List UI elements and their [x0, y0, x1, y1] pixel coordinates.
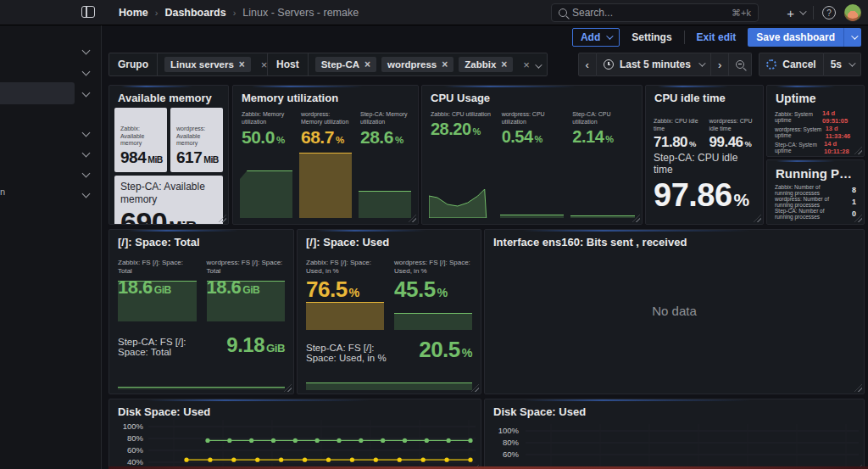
time-range-picker[interactable]: Last 5 minutes [597, 53, 710, 76]
stat-unit: % [462, 346, 472, 360]
clear-all-icon[interactable]: × [520, 59, 533, 71]
stat-label: Step-CA: FS [/]: Space: Total [118, 337, 209, 357]
panel-title[interactable]: [/]: Space: Total [109, 230, 293, 250]
panel-title[interactable]: Disk Space: Used [109, 399, 481, 420]
chevron-down-icon[interactable] [533, 57, 547, 72]
search-shortcut: ⌘+k [732, 8, 751, 19]
stat-label: wordpress: FS [/]: Space: Used, in % [394, 259, 474, 276]
search-icon [559, 8, 567, 17]
nav-sidebar: n [0, 25, 102, 469]
panel-cpu-usage: CPU Usage Zabbix: CPU utilization 28.20%… [421, 85, 643, 225]
panel-title[interactable]: Uptime [767, 86, 864, 107]
panel-resize-handle[interactable] [471, 384, 479, 392]
save-dashboard-label: Save dashboard [748, 28, 843, 47]
help-icon[interactable]: ? [822, 6, 836, 20]
panel-resize-handle[interactable] [754, 215, 761, 222]
stat-label: wordpress: CPU utilization [502, 111, 565, 126]
filter-chip[interactable]: Zabbix × [459, 57, 513, 72]
exit-edit-button[interactable]: Exit edit [693, 31, 740, 43]
close-icon[interactable]: × [364, 59, 370, 70]
stat-label: wordpress: Memory utilization [301, 111, 352, 126]
sidebar-item-active[interactable] [0, 82, 75, 104]
refresh-cancel-button[interactable]: Cancel [759, 53, 823, 76]
panel-title[interactable]: Running Pro... [767, 160, 864, 182]
settings-button[interactable]: Settings [628, 31, 675, 43]
time-shift-forward-button[interactable]: › [710, 53, 729, 76]
stat-unit: MiB [169, 218, 197, 225]
close-icon[interactable]: × [442, 59, 448, 70]
sidebar-item-truncated[interactable]: n [0, 187, 5, 197]
stat-unit: % [535, 134, 542, 144]
panel-space-used: [/]: Space: Used Zabbix: FS [/]: Space: … [297, 229, 481, 394]
sparkline [207, 281, 286, 321]
panel-resize-handle[interactable] [284, 384, 292, 392]
stat-value: 0 [852, 209, 856, 218]
stat-label: Zabbix: System uptime [775, 111, 822, 123]
stat-unit: % [605, 134, 613, 144]
time-series-chart[interactable] [526, 424, 859, 469]
panel-title[interactable]: Interface ens160: Bits sent , received [485, 230, 864, 250]
panel-cpu-idle-time: CPU idle time Zabbix: CPU idle time 71.8… [645, 85, 764, 225]
refresh-interval-picker[interactable]: 5s [824, 53, 861, 76]
chevron-down-icon[interactable] [82, 170, 91, 178]
stat-label: Step-CA: FS [/]: Space: Used, in % [306, 343, 406, 363]
sparkline [394, 313, 472, 330]
panel-title[interactable]: Memory utilization [233, 86, 418, 106]
search-input[interactable]: Search... ⌘+k [551, 3, 759, 22]
panel-space-total: [/]: Space: Total Zabbix: FS [/]: Space:… [108, 229, 294, 394]
panel-title[interactable]: Disk Space: Used [485, 399, 864, 420]
chevron-down-icon[interactable] [82, 89, 91, 98]
panel-resize-handle[interactable] [854, 384, 862, 392]
chevron-down-icon[interactable] [82, 149, 91, 158]
stat-unit: % [473, 126, 481, 137]
top-nav: Home › Dashboards › Linux - Servers - re… [0, 0, 868, 25]
close-icon[interactable]: × [501, 59, 507, 70]
time-shift-back-button[interactable]: ‹ [578, 53, 597, 76]
sparkline [306, 302, 384, 330]
add-new-button[interactable]: + [787, 6, 804, 20]
close-icon[interactable]: × [239, 59, 245, 70]
panel-title[interactable]: CPU idle time [646, 86, 763, 106]
panel-title[interactable]: [/]: Space: Used [298, 230, 481, 250]
stat-value: 690 [120, 206, 167, 225]
sparkline [306, 382, 472, 390]
sidebar-toggle-icon[interactable] [81, 6, 95, 18]
chevron-down-icon[interactable] [82, 190, 91, 198]
save-dashboard-button[interactable]: Save dashboard [748, 28, 861, 47]
time-series-chart[interactable] [148, 420, 476, 469]
zoom-out-icon[interactable] [729, 53, 752, 76]
sparkline-area [240, 140, 411, 218]
breadcrumb-home[interactable]: Home [119, 7, 148, 19]
stat-label: Step-CA: System uptime [775, 142, 824, 154]
chevron-down-icon[interactable] [82, 68, 91, 76]
save-options-button[interactable] [843, 28, 861, 47]
sparkline [570, 215, 635, 218]
add-panel-button[interactable]: Add [572, 28, 620, 47]
nav-right-actions: + ? [787, 0, 861, 25]
stat-label: Step-CA: Number of running processes [775, 208, 832, 220]
panel-title[interactable]: Available memory [109, 86, 228, 106]
stat-row: wordpress: Number of running processes 1 [775, 196, 856, 208]
stat-value: 14 d 09:51:05 [822, 109, 856, 125]
filter-chip[interactable]: Linux servers × [164, 57, 251, 72]
stat-label: wordpress: Number of running processes [775, 196, 832, 208]
stat-row: Zabbix: System uptime 14 d 09:51:05 [775, 109, 856, 125]
stat-unit: MiB [203, 155, 219, 165]
sparkline [359, 191, 411, 218]
user-avatar[interactable] [844, 4, 861, 21]
variable-grupo: Grupo Linux servers × × [108, 53, 285, 76]
panel-title[interactable]: CPU Usage [422, 86, 642, 106]
breadcrumb-current: Linux - Servers - remake [242, 7, 359, 19]
stat-tile: Step-CA: Available memory 690MiB [114, 176, 223, 225]
clock-icon [604, 59, 614, 70]
stat-unit: % [689, 140, 696, 148]
stat-unit: % [745, 140, 752, 148]
breadcrumb-dashboards[interactable]: Dashboards [164, 7, 225, 19]
chevron-down-icon[interactable] [82, 129, 91, 137]
filter-chip[interactable]: wordpress × [381, 57, 453, 72]
chevron-down-icon[interactable] [82, 47, 91, 55]
disk-usage-chart [526, 424, 859, 469]
filter-chip[interactable]: Step-CA × [315, 57, 376, 72]
panel-disk-space-used-left: Disk Space: Used 100% 80% 60% 40% [108, 399, 481, 469]
sparkline [299, 153, 352, 218]
